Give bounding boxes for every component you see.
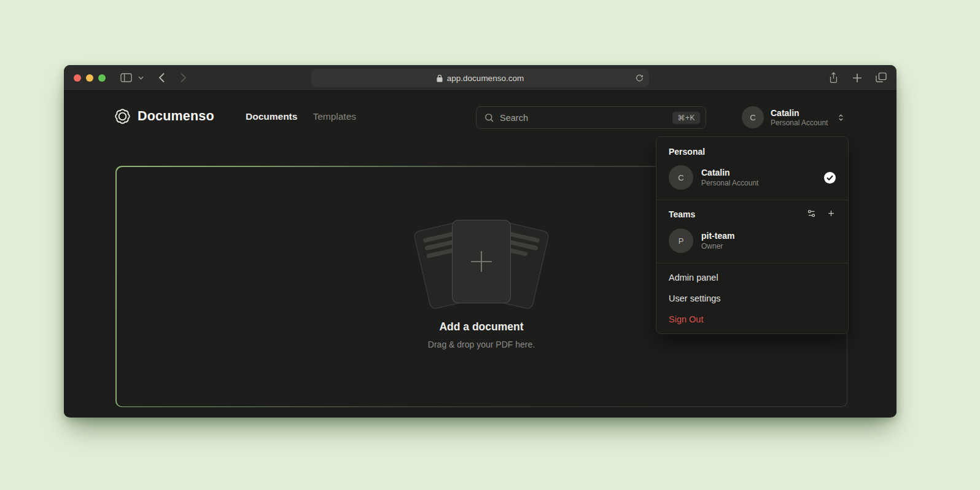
window-controls [74, 74, 106, 82]
plus-icon [467, 247, 496, 276]
document-card-add [452, 220, 511, 303]
nav-templates[interactable]: Templates [313, 111, 356, 122]
browser-toolbar: app.documenso.com [64, 65, 896, 91]
app-content: Documenso Documents Templates Search ⌘+K… [64, 91, 896, 417]
search-shortcut-badge: ⌘+K [672, 112, 700, 124]
avatar: C [669, 165, 693, 190]
account-name: Catalin [771, 108, 828, 118]
reload-icon[interactable] [636, 74, 644, 82]
account-menu-trigger[interactable]: C Catalin Personal Account [742, 105, 845, 130]
account-dropdown-menu: Personal C Catalin Personal Account Team… [656, 136, 849, 334]
documenso-logo-icon [114, 108, 131, 125]
account-subtitle: Personal Account [771, 119, 828, 127]
address-bar[interactable]: app.documenso.com [311, 69, 649, 87]
menu-item-user-settings[interactable]: User settings [656, 288, 848, 309]
personal-account-item[interactable]: C Catalin Personal Account [656, 160, 848, 197]
selected-check-icon [824, 172, 836, 184]
sidebar-toggle-icon[interactable] [120, 73, 132, 82]
brand-name: Documenso [138, 109, 214, 124]
brand[interactable]: Documenso [114, 108, 214, 125]
menu-divider [656, 200, 848, 200]
personal-section-label: Personal [656, 142, 848, 160]
menu-item-sign-out[interactable]: Sign Out [656, 309, 848, 330]
personal-account-name: Catalin [701, 168, 816, 177]
avatar: P [669, 228, 693, 253]
teams-section-label: Teams [656, 204, 848, 224]
search-placeholder: Search [500, 113, 667, 123]
manage-teams-icon[interactable] [807, 209, 816, 220]
forward-button[interactable] [180, 72, 187, 83]
lock-icon [437, 74, 443, 82]
close-window-button[interactable] [74, 74, 81, 82]
team-name: pit-team [701, 231, 836, 241]
share-icon[interactable] [828, 72, 839, 84]
team-item[interactable]: P pit-team Owner [656, 224, 848, 260]
minimize-window-button[interactable] [86, 74, 93, 82]
menu-item-admin-panel[interactable]: Admin panel [656, 267, 848, 288]
document-stack-icon [420, 220, 543, 309]
team-role: Owner [701, 242, 836, 251]
nav-documents[interactable]: Documents [246, 111, 297, 122]
back-button[interactable] [158, 72, 165, 83]
sidebar-chevron-down-icon[interactable] [138, 76, 144, 80]
main-nav: Documents Templates [246, 111, 356, 122]
new-tab-icon[interactable] [852, 73, 862, 83]
browser-window: app.documenso.com [64, 65, 896, 418]
menu-divider [656, 263, 848, 263]
url-text: app.documenso.com [447, 74, 524, 83]
zoom-window-button[interactable] [98, 74, 106, 82]
personal-account-subtitle: Personal Account [701, 179, 816, 187]
chevrons-up-down-icon [837, 113, 845, 122]
add-team-icon[interactable] [826, 209, 836, 220]
avatar: C [742, 106, 764, 128]
search-input[interactable]: Search ⌘+K [476, 106, 706, 129]
search-icon [484, 112, 494, 123]
dropzone-subtitle: Drag & drop your PDF here. [117, 340, 847, 349]
tab-overview-icon[interactable] [876, 72, 887, 83]
